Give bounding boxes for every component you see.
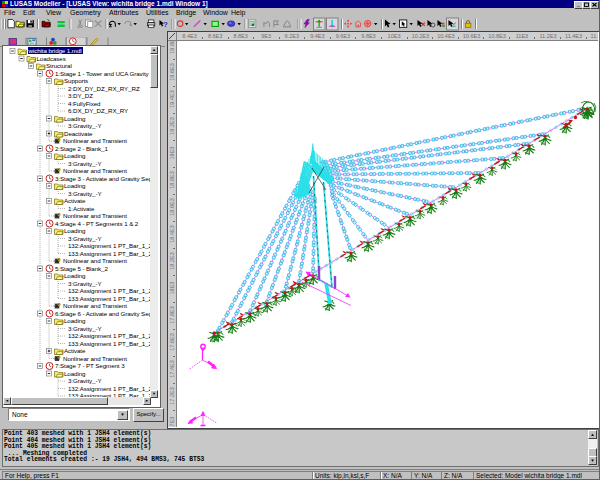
svg-text:?: ? <box>163 19 168 28</box>
